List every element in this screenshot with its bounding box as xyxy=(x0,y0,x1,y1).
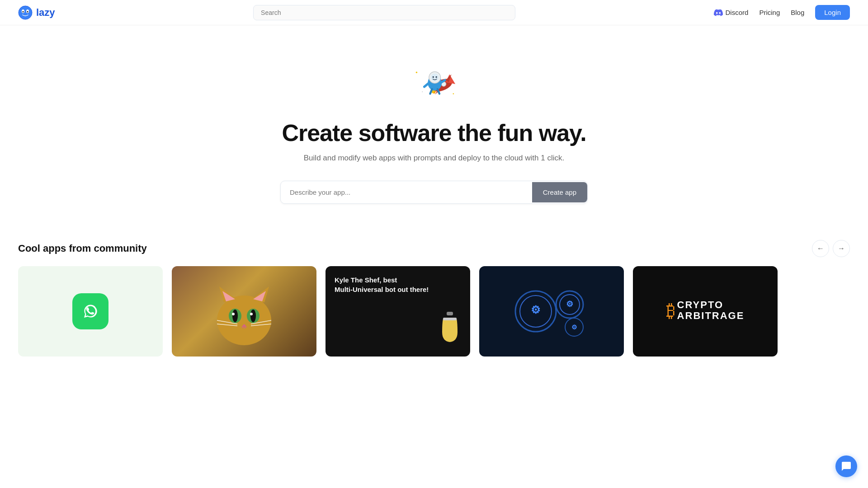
svg-point-4 xyxy=(27,11,28,12)
hero-section: Create software the fun way. Build and m… xyxy=(0,25,868,231)
crypto-bitcoin-row: ₿ CRYPTO ARBITRAGE xyxy=(666,300,745,321)
app-card-crypto[interactable]: ₿ CRYPTO ARBITRAGE xyxy=(633,266,778,357)
chevron-left-icon: ← xyxy=(817,244,824,253)
crypto-bg: ₿ CRYPTO ARBITRAGE xyxy=(633,266,778,357)
app-card-whatsapp[interactable] xyxy=(18,266,163,357)
chevron-right-icon: → xyxy=(838,244,845,253)
whatsapp-bg xyxy=(18,266,163,357)
chat-bubble[interactable] xyxy=(835,455,857,477)
bottle-icon xyxy=(439,310,461,346)
svg-point-16 xyxy=(435,76,437,78)
logo[interactable]: lazy xyxy=(18,5,55,20)
svg-point-32 xyxy=(232,310,238,322)
login-button[interactable]: Login xyxy=(815,5,850,20)
svg-line-19 xyxy=(430,89,432,94)
svg-line-17 xyxy=(425,83,429,87)
svg-point-21 xyxy=(416,72,417,73)
carousel-prev-button[interactable]: ← xyxy=(812,240,829,257)
blog-label: Blog xyxy=(791,9,804,16)
kyle-bg: Kyle The Shef, best Multi-Universal bot … xyxy=(326,266,470,357)
svg-point-34 xyxy=(232,313,235,315)
whatsapp-icon-wrap xyxy=(72,293,108,329)
svg-point-3 xyxy=(23,11,24,12)
chat-icon xyxy=(841,461,852,472)
svg-text:⚙: ⚙ xyxy=(566,300,573,309)
svg-point-0 xyxy=(19,6,32,19)
pricing-link[interactable]: Pricing xyxy=(759,9,780,16)
carousel-controls: ← → xyxy=(812,240,850,257)
svg-point-15 xyxy=(433,76,434,78)
data-illustration: ⚙ ⚙ ⚙ xyxy=(511,275,592,347)
nav-links: Discord Pricing Blog Login xyxy=(714,5,850,20)
svg-text:⚙: ⚙ xyxy=(571,324,577,331)
kyle-bottle xyxy=(439,310,461,347)
discord-label: Discord xyxy=(726,9,749,16)
discord-link[interactable]: Discord xyxy=(714,8,749,17)
carousel-next-button[interactable]: → xyxy=(833,240,850,257)
crypto-line2: ARBITRAGE xyxy=(677,310,745,321)
cards-row: Kyle The Shef, best Multi-Universal bot … xyxy=(18,266,850,357)
app-card-kyle[interactable]: Kyle The Shef, best Multi-Universal bot … xyxy=(326,266,470,357)
community-header: Cool apps from community ← → xyxy=(18,240,850,257)
blog-link[interactable]: Blog xyxy=(791,9,804,16)
community-title: Cool apps from community xyxy=(18,243,147,254)
describe-app-input[interactable] xyxy=(281,181,532,203)
kyle-title: Kyle The Shef, best Multi-Universal bot … xyxy=(335,275,461,294)
hero-subtitle: Build and modify web apps with prompts a… xyxy=(304,154,564,163)
svg-rect-42 xyxy=(443,318,457,320)
svg-point-35 xyxy=(250,313,253,315)
discord-icon xyxy=(714,8,723,17)
whatsapp-icon xyxy=(80,300,101,322)
app-card-cat[interactable] xyxy=(172,266,316,357)
svg-point-22 xyxy=(453,93,454,94)
svg-point-25 xyxy=(217,296,271,345)
bitcoin-icon: ₿ xyxy=(666,300,675,321)
svg-point-23 xyxy=(422,91,423,92)
app-card-data[interactable]: ⚙ ⚙ ⚙ xyxy=(479,266,624,357)
svg-text:⚙: ⚙ xyxy=(531,304,541,316)
svg-point-14 xyxy=(431,74,439,81)
crypto-line1: CRYPTO xyxy=(677,300,745,310)
svg-rect-41 xyxy=(447,312,453,315)
svg-point-33 xyxy=(250,310,256,322)
community-section: Cool apps from community ← → xyxy=(0,231,868,375)
cat-bg xyxy=(172,266,316,357)
crypto-label: CRYPTO ARBITRAGE xyxy=(677,300,745,321)
hero-title: Create software the fun way. xyxy=(282,119,586,146)
search-bar xyxy=(253,5,515,20)
pricing-label: Pricing xyxy=(759,9,780,16)
cat-illustration xyxy=(199,266,289,357)
create-app-form: Create app xyxy=(280,181,588,204)
mascot-icon xyxy=(407,61,461,107)
data-bg: ⚙ ⚙ ⚙ xyxy=(479,266,624,357)
header: lazy Discord Pricing Blog Login xyxy=(0,0,868,25)
logo-text: lazy xyxy=(36,7,55,19)
search-input[interactable] xyxy=(253,5,515,20)
mascot xyxy=(407,61,461,108)
create-app-button[interactable]: Create app xyxy=(532,182,587,202)
svg-point-24 xyxy=(80,300,101,322)
logo-icon xyxy=(18,5,33,20)
